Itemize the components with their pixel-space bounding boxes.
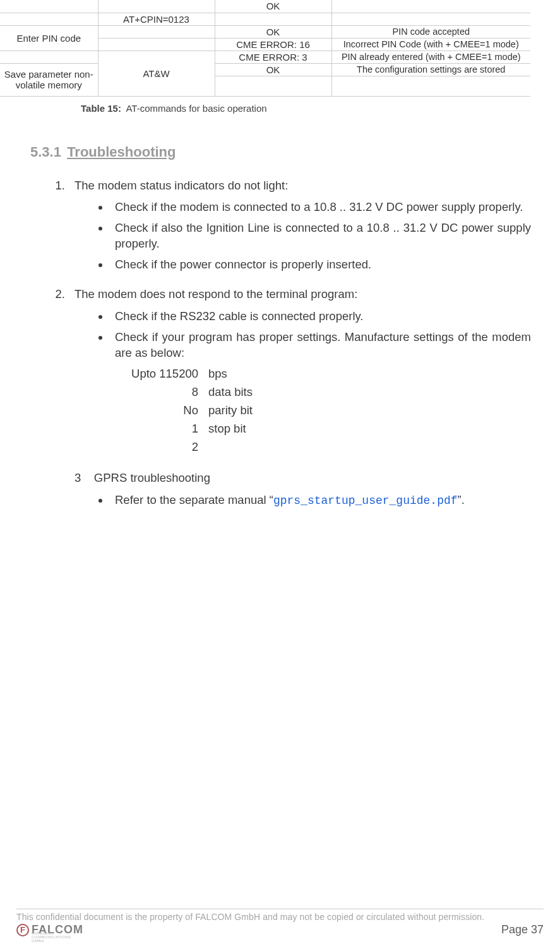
settings-row: 1 stop bit bbox=[120, 420, 258, 438]
section-title: Troubleshooting bbox=[67, 144, 176, 160]
settings-table: Upto 115200 bps 8 data bits No parity bi… bbox=[120, 365, 258, 457]
item-lead: The modem status indicators do not light… bbox=[74, 179, 288, 192]
sub-list: Refer to the separate manual “gprs_start… bbox=[74, 493, 531, 508]
cell: AT&W bbox=[98, 51, 215, 96]
cell bbox=[98, 0, 215, 13]
settings-row: 2 bbox=[120, 438, 258, 457]
section-heading: 5.3.1 Troubleshooting bbox=[30, 144, 560, 160]
cell: PIN already entered (with + CMEE=1 mode) bbox=[331, 51, 530, 63]
bullet-item: Check if the RS232 cable is connected pr… bbox=[110, 309, 531, 325]
item-lead: GPRS troubleshooting bbox=[94, 471, 210, 484]
settings-row: 8 data bits bbox=[120, 383, 258, 402]
table-row: AT+CPIN=0123 bbox=[0, 13, 530, 25]
cell: OK bbox=[215, 63, 331, 76]
cell bbox=[0, 13, 98, 25]
footer-rule bbox=[16, 909, 544, 909]
document-page: OK AT+CPIN=0123 Enter PIN code OK PIN co… bbox=[0, 0, 560, 944]
caption-text: AT-commands for basic operation bbox=[126, 103, 266, 114]
row-label-save-param: Save parameter non-volatile memory bbox=[0, 63, 98, 96]
bullet-pre: Refer to the separate manual “ bbox=[115, 493, 273, 506]
bullet-text: Check if your program has proper setting… bbox=[115, 330, 531, 359]
manual-filename: gprs_startup_user_guide.pdf bbox=[273, 494, 458, 507]
logo-icon: F bbox=[16, 924, 29, 936]
cell: AT+CPIN=0123 bbox=[98, 13, 215, 25]
cell: OK bbox=[215, 25, 331, 38]
cell bbox=[215, 76, 331, 96]
cell: Incorrect PIN Code (with + CMEE=1 mode) bbox=[331, 38, 530, 51]
content-area: The modem status indicators do not light… bbox=[0, 178, 560, 509]
bullet-item: Check if the modem is connected to a 10.… bbox=[110, 200, 531, 215]
bullet-item: Check if the power connector is properly… bbox=[110, 257, 531, 273]
setting-value: No bbox=[120, 402, 203, 420]
bullet-item: Check if also the Ignition Line is conne… bbox=[110, 220, 531, 252]
page-number: Page 37 bbox=[501, 923, 544, 936]
sub-list: Check if the RS232 cable is connected pr… bbox=[74, 309, 531, 457]
bullet-item: Refer to the separate manual “gprs_start… bbox=[110, 493, 531, 508]
setting-label bbox=[203, 438, 258, 457]
bullet-post: ”. bbox=[458, 493, 465, 506]
bullet-item: Check if your program has proper setting… bbox=[110, 330, 531, 457]
cell bbox=[215, 13, 331, 25]
list-item: 3 GPRS troubleshooting Refer to the sepa… bbox=[68, 470, 531, 508]
at-commands-table: OK AT+CPIN=0123 Enter PIN code OK PIN co… bbox=[0, 0, 530, 97]
cell: The configuration settings are stored bbox=[331, 63, 530, 76]
setting-value: 8 bbox=[120, 383, 203, 402]
cell: PIN code accepted bbox=[331, 25, 530, 38]
table-row: Save parameter non-volatile memory OK Th… bbox=[0, 63, 530, 76]
footer-note: This confidential document is the proper… bbox=[16, 912, 544, 922]
cell bbox=[331, 0, 530, 13]
page-footer: This confidential document is the proper… bbox=[0, 909, 560, 936]
list-item: The modem status indicators do not light… bbox=[68, 178, 531, 273]
cell bbox=[0, 0, 98, 13]
setting-label: parity bit bbox=[203, 402, 258, 420]
cell bbox=[98, 25, 215, 38]
cell bbox=[331, 13, 530, 25]
cell: OK bbox=[215, 0, 331, 13]
settings-row: No parity bit bbox=[120, 402, 258, 420]
cell: CME ERROR: 16 bbox=[215, 38, 331, 51]
section-number: 5.3.1 bbox=[30, 144, 63, 160]
settings-row: Upto 115200 bps bbox=[120, 365, 258, 383]
table-caption: Table 15: AT-commands for basic operatio… bbox=[81, 103, 560, 114]
setting-value: 2 bbox=[120, 438, 203, 457]
caption-label: Table 15: bbox=[81, 103, 121, 114]
setting-label: bps bbox=[203, 365, 258, 383]
item-lead: The modem does not respond to the termin… bbox=[74, 287, 357, 301]
row-label-enter-pin: Enter PIN code bbox=[0, 25, 98, 51]
setting-label: data bits bbox=[203, 383, 258, 402]
item-number: 3 bbox=[74, 471, 81, 484]
table-row: AT&W CME ERROR: 3 PIN already entered (w… bbox=[0, 51, 530, 63]
sub-list: Check if the modem is connected to a 10.… bbox=[74, 200, 531, 273]
logo-tagline: WIRELESS COMMUNICATIONS GMBH bbox=[32, 931, 83, 943]
cell bbox=[98, 38, 215, 51]
company-logo: F FALCOM WIRELESS COMMUNICATIONS GMBH bbox=[16, 923, 83, 936]
cell: CME ERROR: 3 bbox=[215, 51, 331, 63]
table-row: OK bbox=[0, 0, 530, 13]
list-item: The modem does not respond to the termin… bbox=[68, 287, 531, 457]
table-row: Enter PIN code OK PIN code accepted bbox=[0, 25, 530, 38]
setting-value: Upto 115200 bbox=[120, 365, 203, 383]
troubleshooting-list: The modem status indicators do not light… bbox=[29, 178, 531, 509]
setting-value: 1 bbox=[120, 420, 203, 438]
cell bbox=[331, 76, 530, 96]
setting-label: stop bit bbox=[203, 420, 258, 438]
cell bbox=[0, 51, 98, 63]
